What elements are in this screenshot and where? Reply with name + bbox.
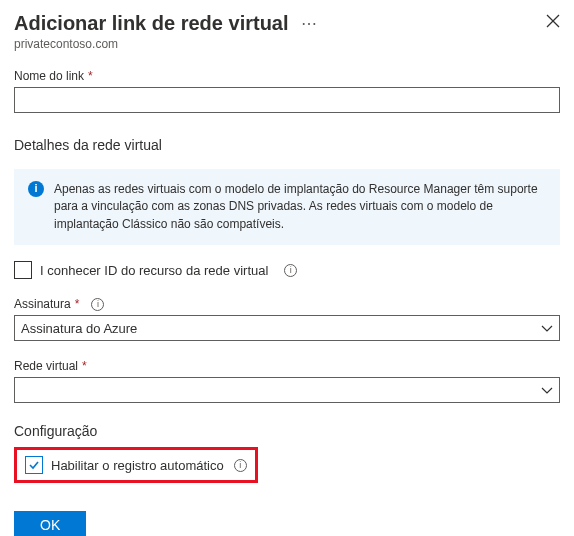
link-name-label: Nome do link *	[14, 69, 560, 83]
more-actions-icon[interactable]: ⋯	[301, 14, 318, 33]
resource-id-checkbox[interactable]	[14, 261, 32, 279]
auto-registration-checkbox[interactable]	[25, 456, 43, 474]
highlight-annotation: Habilitar o registro automático i	[14, 447, 258, 483]
info-banner-text: Apenas as redes virtuais com o modelo de…	[54, 181, 546, 233]
close-icon	[546, 14, 560, 28]
resource-id-checkbox-label: I conhecer ID do recurso da rede virtual	[40, 263, 268, 278]
required-indicator: *	[88, 69, 93, 83]
subscription-label-text: Assinatura	[14, 297, 71, 311]
subscription-label: Assinatura * i	[14, 297, 560, 311]
required-indicator: *	[82, 359, 87, 373]
vnet-select[interactable]	[14, 377, 560, 403]
required-indicator: *	[75, 297, 80, 311]
subscription-selected-value: Assinatura do Azure	[21, 321, 137, 336]
auto-registration-label: Habilitar o registro automático	[51, 458, 224, 473]
blade-title: Adicionar link de rede virtual	[14, 12, 289, 35]
help-icon[interactable]: i	[284, 264, 297, 277]
blade-subtitle: privatecontoso.com	[14, 37, 560, 51]
help-icon[interactable]: i	[234, 459, 247, 472]
info-banner: i Apenas as redes virtuais com o modelo …	[14, 169, 560, 245]
close-button[interactable]	[546, 14, 560, 31]
help-icon[interactable]: i	[91, 298, 104, 311]
info-icon: i	[28, 181, 44, 197]
vnet-details-heading: Detalhes da rede virtual	[14, 137, 560, 153]
link-name-label-text: Nome do link	[14, 69, 84, 83]
vnet-label: Rede virtual *	[14, 359, 560, 373]
chevron-down-icon	[541, 321, 553, 336]
chevron-down-icon	[541, 383, 553, 398]
link-name-input[interactable]	[14, 87, 560, 113]
ok-button[interactable]: OK	[14, 511, 86, 536]
checkmark-icon	[28, 459, 40, 471]
vnet-label-text: Rede virtual	[14, 359, 78, 373]
config-heading: Configuração	[14, 423, 560, 439]
subscription-select[interactable]: Assinatura do Azure	[14, 315, 560, 341]
